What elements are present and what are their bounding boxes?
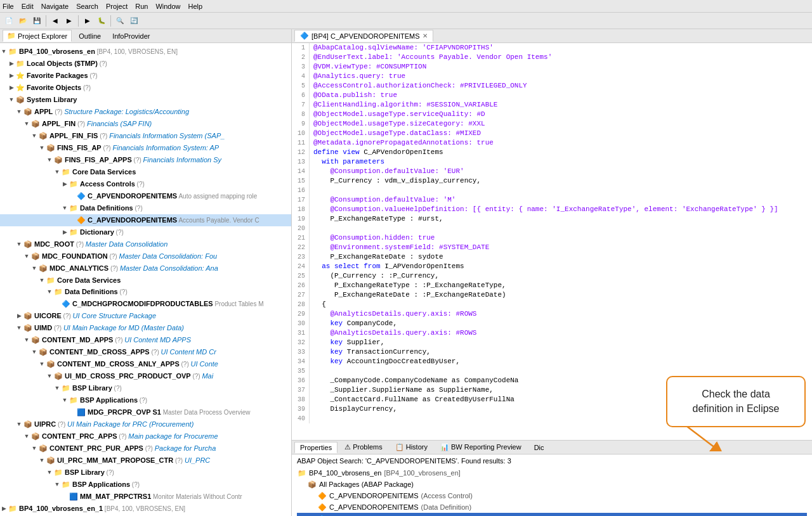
tree-item[interactable]: ▶📁Access Controls (?) bbox=[0, 178, 291, 190]
toolbar-search[interactable]: 🔍 bbox=[114, 15, 126, 27]
tree-item[interactable]: 🔷C_MDCHGPROCMODIFDPRODUCTABLES Product T… bbox=[0, 298, 291, 310]
tree-item[interactable]: ▼📁Data Definitions (?) bbox=[0, 286, 291, 298]
toolbar-debug[interactable]: 🐛 bbox=[95, 15, 108, 27]
tree-toggle[interactable]: ▶ bbox=[8, 82, 15, 93]
menu-edit[interactable]: Edit bbox=[22, 3, 34, 10]
bottom-tab-problems[interactable]: ⚠ Problems bbox=[339, 441, 388, 453]
tree-item[interactable]: ▼📦MDC_FOUNDATION (?) Master Data Consoli… bbox=[0, 250, 291, 262]
search-result-item[interactable]: 🔶C_APVENDOROPENITEMS(Data Definition) bbox=[297, 501, 807, 513]
tree-toggle[interactable]: ▼ bbox=[53, 383, 61, 393]
menu-project[interactable]: Project bbox=[106, 3, 128, 10]
tree-toggle[interactable]: ▼ bbox=[30, 263, 38, 273]
search-result-item[interactable]: 🔷C_APVENDOROPENITEMS(Data Definition) bbox=[297, 513, 807, 516]
tree-item[interactable]: ▼📦APPL_FIN_FIS (?) Financials Informatio… bbox=[0, 130, 291, 142]
tree-item[interactable]: ▶⭐Favorite Packages (?) bbox=[0, 70, 291, 82]
tree-toggle[interactable]: ▶ bbox=[61, 227, 69, 237]
tab-project-explorer[interactable]: 📁 Project Explorer bbox=[3, 30, 72, 42]
tree-item[interactable]: ▼📦MDC_ROOT (?) Master Data Consolidation bbox=[0, 238, 291, 250]
tree-toggle[interactable]: ▼ bbox=[53, 167, 61, 177]
toolbar-forward[interactable]: ▶ bbox=[63, 15, 75, 27]
tree-item[interactable]: ▼📦CONTENT_MD_APPS (?) UI Content MD APPS bbox=[0, 334, 291, 346]
tree-item[interactable]: ▼📁Data Definitions (?) bbox=[0, 202, 291, 214]
tree-container[interactable]: ▼📁BP4_100_vbrosens_en [BP4, 100, VBROSEN… bbox=[0, 43, 291, 516]
toolbar-back[interactable]: ◀ bbox=[49, 15, 62, 27]
tree-item[interactable]: ▼📦UIMD (?) UI Main Package for MD (Maste… bbox=[0, 322, 291, 334]
menu-file[interactable]: File bbox=[3, 3, 14, 10]
search-result-item[interactable]: 📁BP4_100_vbrosens_en[BP4_100_vbrosens_en… bbox=[297, 467, 807, 479]
tree-toggle[interactable]: ▼ bbox=[46, 287, 53, 297]
tree-item[interactable]: ▼📁BSP Library (?) bbox=[0, 382, 291, 394]
toolbar-new[interactable]: 📄 bbox=[3, 15, 15, 27]
tree-toggle[interactable]: ▼ bbox=[23, 251, 30, 261]
tree-toggle[interactable]: ▼ bbox=[61, 395, 69, 405]
tree-toggle[interactable]: ▼ bbox=[30, 443, 38, 453]
tree-toggle[interactable]: ▶ bbox=[0, 503, 8, 513]
tree-toggle[interactable]: ▼ bbox=[46, 467, 53, 477]
tree-toggle[interactable]: ▼ bbox=[0, 46, 8, 56]
toolbar-refresh[interactable]: 🔄 bbox=[128, 15, 140, 27]
tree-item[interactable]: ▼📦MDC_ANALYTICS (?) Master Data Consolid… bbox=[0, 262, 291, 274]
editor-tab-main[interactable]: 🔷 [BP4] C_APVENDOROPENITEMS ✕ bbox=[294, 30, 433, 42]
tree-toggle[interactable]: ▼ bbox=[15, 239, 23, 249]
tree-toggle[interactable]: ▼ bbox=[46, 155, 53, 165]
tree-item[interactable]: ▼📦FINS_FIS_AP (?) Financials Information… bbox=[0, 142, 291, 154]
tree-item[interactable]: ▼📁Core Data Services bbox=[0, 274, 291, 286]
tree-item[interactable]: 🟦MDG_PRCPR_OVP S1 Master Data Process Ov… bbox=[0, 406, 291, 418]
tree-toggle[interactable]: ▼ bbox=[46, 371, 53, 381]
tree-item[interactable]: 🟦MM_MAT_PRPCTRS1 Monitor Materials Witho… bbox=[0, 491, 291, 503]
tree-item[interactable]: ▼📁BSP Applications (?) bbox=[0, 479, 291, 491]
editor-tab-close[interactable]: ✕ bbox=[422, 32, 428, 39]
tree-toggle[interactable]: ▼ bbox=[15, 106, 23, 117]
tree-item[interactable]: ▼📦CONTENT_PRC_PUR_APPS (?) Package for P… bbox=[0, 442, 291, 455]
menu-help[interactable]: Help bbox=[188, 3, 203, 10]
tree-toggle[interactable]: ▼ bbox=[38, 359, 46, 369]
tree-item[interactable]: ▼📦CONTENT_MD_CROSS_APPS (?) UI Content M… bbox=[0, 346, 291, 358]
tree-toggle[interactable]: ▼ bbox=[30, 131, 38, 141]
tree-toggle[interactable]: ▶ bbox=[15, 311, 23, 321]
menu-search[interactable]: Search bbox=[76, 3, 98, 10]
tree-item[interactable]: ▶📁Local Objects ($TMP) (?) bbox=[0, 58, 291, 70]
bottom-tab-properties[interactable]: Properties bbox=[294, 442, 337, 453]
tree-toggle[interactable]: ▼ bbox=[23, 335, 30, 345]
tree-item[interactable]: ▶📁BP4_100_vbrosens_en_1 [BP4, 100, VBROS… bbox=[0, 503, 291, 515]
tree-item[interactable]: ▶📦UICORE (?) UI Core Structure Package bbox=[0, 310, 291, 322]
menu-navigate[interactable]: Navigate bbox=[41, 3, 69, 10]
tree-item[interactable]: ▼📦CONTENT_MD_CROSS_ANLY_APPS (?) UI Cont… bbox=[0, 358, 291, 370]
tree-item[interactable]: ▼📦UIPRC (?) UI Main Package for PRC (Pro… bbox=[0, 418, 291, 430]
bottom-tab-dic[interactable]: Dic bbox=[528, 442, 550, 453]
tree-item[interactable]: ▼📦APPL (?) Structure Package: Logistics/… bbox=[0, 106, 291, 118]
bottom-tab-history[interactable]: 📋 History bbox=[390, 441, 433, 453]
tree-item[interactable]: ▼📦UI_MD_CROSS_PRC_PRODUCT_OVP (?) Mai bbox=[0, 370, 291, 382]
toolbar-save[interactable]: 💾 bbox=[30, 15, 43, 27]
tree-item[interactable]: ▼📦CONTENT_PRC_APPS (?) Main package for … bbox=[0, 430, 291, 442]
tree-item[interactable]: 🔶C_APVENDOROPENITEMS Accounts Payable. V… bbox=[0, 214, 291, 226]
tab-outline[interactable]: Outline bbox=[74, 30, 105, 42]
tree-item[interactable]: ▼📁BSP Applications (?) bbox=[0, 394, 291, 406]
tree-toggle[interactable]: ▶ bbox=[61, 179, 69, 189]
tree-toggle[interactable]: ▼ bbox=[38, 143, 46, 153]
tree-toggle[interactable]: ▼ bbox=[38, 455, 46, 465]
tree-item[interactable]: ▼📁BP4_100_vbrosens_en [BP4, 100, VBROSEN… bbox=[0, 46, 291, 58]
toolbar-run[interactable]: ▶ bbox=[81, 15, 94, 27]
search-result-item[interactable]: 🔶C_APVENDOROPENITEMS(Access Control) bbox=[297, 490, 807, 501]
tree-item[interactable]: ▼📦APPL_FIN (?) Financials (SAP FIN) bbox=[0, 118, 291, 130]
tree-toggle[interactable]: ▼ bbox=[23, 431, 30, 441]
tree-item[interactable]: ▼📦UI_PRC_MM_MAT_PROPOSE_CTR (?) UI_PRC bbox=[0, 455, 291, 467]
bottom-tab-bw[interactable]: 📊 BW Reporting Preview bbox=[435, 441, 527, 453]
tree-toggle[interactable]: ▼ bbox=[61, 203, 69, 213]
tree-toggle[interactable]: ▶ bbox=[8, 70, 15, 81]
search-result-item[interactable]: 📦All Packages (ABAP Package) bbox=[297, 479, 807, 490]
tree-item[interactable]: ▼📁Core Data Services bbox=[0, 166, 291, 178]
tree-toggle[interactable]: ▼ bbox=[53, 479, 61, 489]
tree-toggle[interactable]: ▼ bbox=[8, 94, 15, 105]
tree-item[interactable]: 🔷C_APVENDOROPENITEMS Auto assigned mappi… bbox=[0, 190, 291, 202]
tree-toggle[interactable]: ▼ bbox=[38, 275, 46, 285]
tab-infoprovider[interactable]: InfoProvider bbox=[108, 30, 154, 42]
tree-toggle[interactable]: ▼ bbox=[23, 119, 30, 129]
tree-toggle[interactable]: ▼ bbox=[15, 419, 23, 429]
tree-item[interactable]: ▼📦System Library bbox=[0, 94, 291, 106]
menu-window[interactable]: Window bbox=[155, 3, 180, 10]
tree-item[interactable]: ▼📦FINS_FIS_AP_APPS (?) Financials Inform… bbox=[0, 154, 291, 166]
menu-run[interactable]: Run bbox=[135, 3, 148, 10]
tree-toggle[interactable]: ▼ bbox=[15, 323, 23, 333]
